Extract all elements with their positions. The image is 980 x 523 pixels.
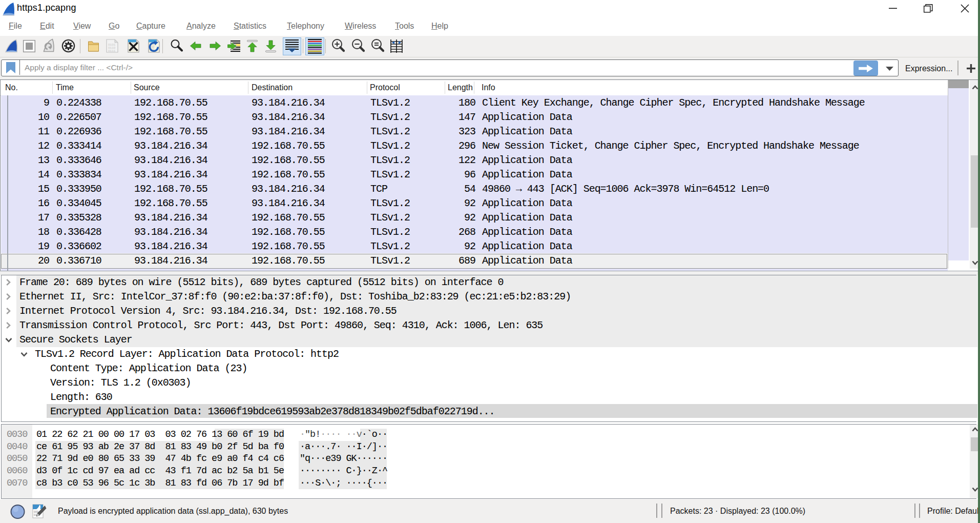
svg-text:0111: 0111 [108,49,116,53]
